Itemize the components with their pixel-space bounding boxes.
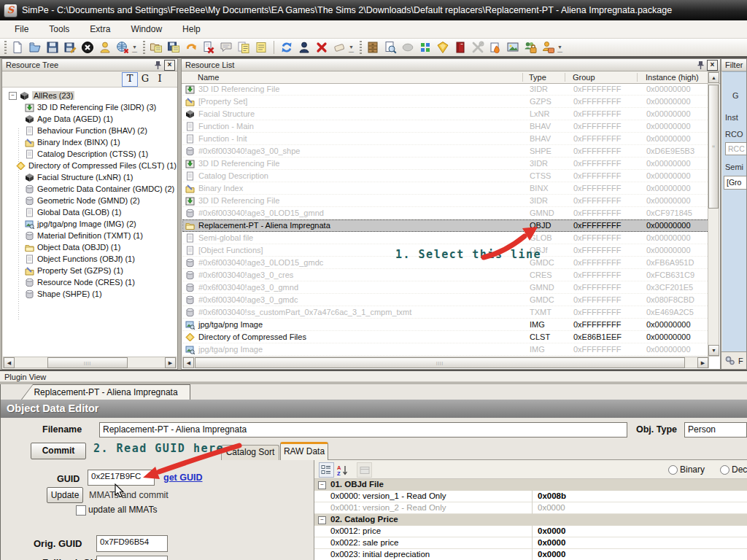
alphabetical-sort-icon[interactable]: AZ <box>335 462 350 478</box>
list-row[interactable]: #0x6f003040!age3_0LOD15_gmndGMND0xFFFFFF… <box>182 207 709 219</box>
list-v-scrollbar[interactable]: ▲ ▼ ≡ <box>708 71 719 357</box>
property-row[interactable]: 0x0000: version_1 - Read Only0x008b <box>314 491 747 502</box>
list-row[interactable]: 3D ID Referencing File3IDR0xFFFFFFFF0x00… <box>182 158 709 170</box>
collapse-icon[interactable]: − <box>318 516 326 524</box>
collapse-icon[interactable]: − <box>9 92 17 100</box>
tree-item[interactable]: Shape (SHPE) (1) <box>3 288 177 300</box>
scroll-thumb[interactable]: |||| <box>195 357 685 368</box>
toolbar-undo-button[interactable] <box>182 39 200 55</box>
list-row[interactable]: Function - MainBHAV0xFFFFFFFF0x00000000 <box>182 120 709 133</box>
toolbar-person-dark-button[interactable] <box>295 39 313 55</box>
toolbar-grip[interactable] <box>143 41 145 54</box>
get-guid-link[interactable]: get GUID <box>163 472 202 483</box>
list-row[interactable]: #0x6f003040!age3_0_gmdcGMDC0xFFFFFFFF0x0… <box>182 294 709 306</box>
tree-view-button-g[interactable]: G <box>138 72 152 85</box>
toolbar-copy-button[interactable] <box>235 39 252 55</box>
tree-item[interactable]: Facial Structure (LxNR) (1) <box>3 171 177 183</box>
scroll-thumb[interactable]: ≡ <box>708 85 719 209</box>
toolbar-overflow-icon[interactable]: ▼— <box>132 45 137 54</box>
toolbar-fire-doc-button[interactable] <box>487 39 504 55</box>
list-row[interactable]: #0x6f003040!ss_customPart_0x7a47c6ac_3_1… <box>182 306 709 319</box>
decimal-radio[interactable] <box>720 465 729 475</box>
tree-view-button-t[interactable]: T <box>122 72 138 87</box>
toolbar-doc-search-button[interactable] <box>382 39 399 55</box>
toolbar-new-file-button[interactable] <box>9 39 26 55</box>
toolbar-sim-browser-button[interactable] <box>96 39 114 55</box>
toolbar-grip[interactable] <box>360 41 362 54</box>
tree-item[interactable]: Catalog Description (CTSS) (1) <box>3 148 177 160</box>
tree-item[interactable]: Object Functions (OBJf) (1) <box>3 253 177 265</box>
scroll-down-icon[interactable]: ▼ <box>708 345 719 356</box>
toolbar-save-button[interactable] <box>44 39 61 55</box>
toolbar-picture-button[interactable] <box>504 39 522 55</box>
binary-radio[interactable] <box>668 465 678 475</box>
filter-button[interactable]: F <box>721 351 746 369</box>
filter-group-dropdown[interactable]: [Gro <box>724 176 747 190</box>
property-row[interactable]: 0x0012: price0x0000 <box>314 526 747 537</box>
toolbar-grip[interactable] <box>4 41 7 54</box>
tree-item[interactable]: Resource Node (CRES) (1) <box>3 276 177 288</box>
column-group[interactable]: Group <box>573 73 595 82</box>
property-category-row[interactable]: −01. OBJd File <box>314 479 747 491</box>
filename-input[interactable]: Replacement-PT - Aliena Impregnata <box>99 422 627 438</box>
toolbar-save-as-button[interactable] <box>61 39 79 55</box>
update-all-mmats-checkbox[interactable] <box>76 505 86 516</box>
toolbar-overflow-icon[interactable]: ▼— <box>557 45 562 54</box>
toolbar-tools-gray-button[interactable] <box>469 39 487 55</box>
toolbar-shield-button[interactable] <box>434 39 452 55</box>
menu-window[interactable]: Window <box>123 22 169 36</box>
list-row[interactable]: 3D ID Referencing File3IDR0xFFFFFFFF0x00… <box>182 195 709 207</box>
list-row[interactable]: #0x6f003040!age3_0_gmndGMND0xFFFFFFFF0x3… <box>182 281 709 294</box>
property-category-row[interactable]: −02. Catalog Price <box>314 514 747 526</box>
menu-file[interactable]: File <box>7 22 36 36</box>
tree-item[interactable]: jpg/tga/png Image (IMG) (2) <box>3 218 177 230</box>
obj-type-input[interactable]: Person <box>684 422 747 438</box>
tree-item[interactable]: Geometric Node (GMND) (2) <box>3 195 177 206</box>
list-row[interactable]: Semi-global fileGLOB0xFFFFFFFF0x00000000 <box>182 232 709 244</box>
tree-item[interactable]: Geometric Data Container (GMDC) (2) <box>3 183 177 195</box>
toolbar-paste-button[interactable] <box>252 39 270 55</box>
column-type[interactable]: Type <box>529 73 546 82</box>
list-row[interactable]: Replacement-PT - Aliena ImpregnataOBJD0x… <box>182 219 709 232</box>
toolbar-close-package-button[interactable] <box>79 39 96 55</box>
toolbar-disabled-blob-button[interactable] <box>399 39 417 55</box>
list-row[interactable]: Facial StructureLxNR0xFFFFFFFF0x00000000 <box>182 108 709 120</box>
list-row[interactable]: jpg/tga/png ImageIMG0xFFFFFFFF0x00000000 <box>182 319 709 331</box>
toolbar-books-button[interactable] <box>452 39 469 55</box>
tab-raw-data[interactable]: RAW Data <box>280 442 328 460</box>
toolbar-open-resource-button[interactable] <box>147 39 165 55</box>
menu-extra[interactable]: Extra <box>82 22 117 36</box>
pin-icon[interactable] <box>154 61 162 70</box>
tab-catalog-sort[interactable]: Catalog Sort <box>221 445 279 460</box>
toolbar-eraser-button[interactable] <box>330 39 348 55</box>
toolbar-open-file-button[interactable] <box>26 39 44 55</box>
plugin-tab[interactable]: Replacement-PT - Aliena Impregnata <box>21 384 190 400</box>
toolbar-web-find-button[interactable] <box>114 39 131 55</box>
list-row[interactable]: #0x6f003040!age3_00_shpeSHPE0xFFFFFFFF0x… <box>182 145 709 158</box>
tree-root-allres[interactable]: −AllRes (23) <box>3 90 177 101</box>
scroll-up-icon[interactable]: ▲ <box>708 72 719 83</box>
tree-item[interactable]: Binary Index (BINX) (1) <box>3 136 177 148</box>
scroll-left-icon[interactable]: ◀ <box>183 357 194 368</box>
guid-input[interactable]: 0x2E17B9FC <box>88 470 155 486</box>
filter-rcc-input[interactable]: RCC <box>725 142 747 155</box>
toolbar-delete-doc-button[interactable] <box>200 39 217 55</box>
column-instance-high[interactable]: Instance (high) <box>646 73 699 82</box>
list-row[interactable]: Function - InitBHAV0xFFFFFFFF0x00000000 <box>182 133 709 145</box>
toolbar-refresh-button[interactable] <box>278 39 295 55</box>
property-row[interactable]: 0x0023: initial depreciation0x0000 <box>314 549 747 560</box>
property-row[interactable]: 0x0022: sale price0x0000 <box>314 537 747 549</box>
tree-item[interactable]: 3D ID Referencing File (3IDR) (3) <box>3 101 177 113</box>
list-row[interactable]: Directory of Compressed FilesCLST0xE86B1… <box>182 331 709 343</box>
scroll-right-icon[interactable]: ▶ <box>165 357 176 368</box>
toolbar-overflow-icon[interactable]: ▼— <box>349 45 354 54</box>
commit-button[interactable]: Commit <box>31 443 86 459</box>
tree-item[interactable]: Property Set (GZPS) (1) <box>3 265 177 276</box>
collapse-icon[interactable]: − <box>318 481 326 489</box>
categorized-view-icon[interactable] <box>319 462 334 478</box>
toolbar-comment-button[interactable] <box>217 39 235 55</box>
column-name[interactable]: Name <box>198 73 219 82</box>
scroll-right-icon[interactable]: ▶ <box>697 357 708 368</box>
toolbar-fix-grid-button[interactable] <box>417 39 434 55</box>
tree-h-scrollbar[interactable]: ◀ ▶ |||| <box>3 357 177 368</box>
